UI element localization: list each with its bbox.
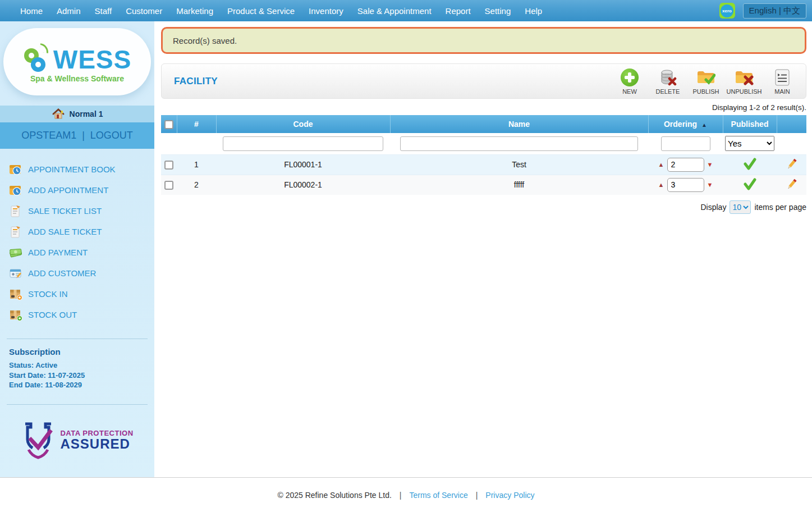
sidebar-item-add-appointment[interactable]: ADD APPOINTMENT <box>9 180 154 200</box>
nav-item-report[interactable]: Report <box>446 6 471 16</box>
copyright-text: © 2025 Refine Solutions Pte Ltd. <box>277 491 391 500</box>
main-list-icon <box>774 68 791 86</box>
sort-asc-icon: ▲ <box>701 122 707 128</box>
header-select-all <box>161 115 177 133</box>
row-name: fffff <box>390 175 648 195</box>
sidebar: WESS Spa & Wellness Software Normal 1 OP… <box>0 21 154 477</box>
nav-item-sale-appointment[interactable]: Sale & Appointment <box>357 6 432 16</box>
page-size-select[interactable]: 10 <box>730 200 751 214</box>
ordering-down-icon[interactable]: ▼ <box>707 181 713 188</box>
header-name[interactable]: Name <box>390 115 648 133</box>
row-code: FL00001-1 <box>216 154 390 175</box>
main-button[interactable]: MAIN <box>763 68 801 95</box>
appointment-book-icon <box>9 163 22 176</box>
user-separator: | <box>82 130 85 141</box>
terms-of-service-link[interactable]: Terms of Service <box>409 491 467 500</box>
nav-menu: Home Admin Staff Customer Marketing Prod… <box>20 6 542 16</box>
subscription-start-date: Start Date: 11-07-2025 <box>9 371 154 380</box>
data-protection-badge: DATA PROTECTION ASSURED <box>0 420 154 460</box>
username-link[interactable]: OPSTEAM1 <box>21 130 76 141</box>
footer-separator: | <box>476 491 478 500</box>
name-filter-input[interactable] <box>400 136 637 151</box>
nav-item-marketing[interactable]: Marketing <box>176 6 213 16</box>
select-all-checkbox[interactable] <box>164 120 173 129</box>
facility-table: # Code Name Ordering▲ Published Yes <box>161 115 806 195</box>
results-summary: Displaying 1-2 of 2 result(s). <box>154 103 806 112</box>
pagination-bar: Display 10 items per page <box>161 200 806 214</box>
row-num: 1 <box>177 154 216 175</box>
outlet-label: Normal 1 <box>70 109 103 118</box>
subscription-info: Subscription Status: Active Start Date: … <box>0 339 154 391</box>
edit-pencil-icon[interactable] <box>786 158 798 170</box>
ordering-down-icon[interactable]: ▼ <box>707 161 713 168</box>
nav-item-product-service[interactable]: Product & Service <box>227 6 295 16</box>
publish-folder-icon <box>696 68 715 86</box>
sale-ticket-list-icon <box>9 204 22 218</box>
main-content: Record(s) saved. FACILITY NEW <box>154 21 812 477</box>
sidebar-item-appointment-book[interactable]: APPOINTMENT BOOK <box>9 159 154 180</box>
edit-pencil-icon[interactable] <box>786 178 798 190</box>
table-row: 2 FL00002-1 fffff ▲ ▼ <box>161 175 806 195</box>
header-code[interactable]: Code <box>216 115 390 133</box>
toolbar: NEW DELETE <box>611 68 801 95</box>
new-plus-icon <box>621 68 639 86</box>
footer-separator: | <box>400 491 402 500</box>
ordering-input[interactable] <box>667 178 704 192</box>
logout-link[interactable]: LOGOUT <box>90 130 133 141</box>
header-num: # <box>177 115 216 133</box>
language-toggle-button[interactable]: English | 中文 <box>743 3 806 19</box>
assured-label: ASSURED <box>60 437 133 451</box>
shield-check-icon <box>21 420 56 460</box>
page-title: FACILITY <box>174 76 218 87</box>
code-filter-input[interactable] <box>223 136 383 151</box>
published-check-icon[interactable] <box>743 178 756 190</box>
delete-button[interactable]: DELETE <box>649 68 687 95</box>
nav-item-staff[interactable]: Staff <box>95 6 112 16</box>
sidebar-item-sale-ticket-list[interactable]: SALE TICKET LIST <box>9 200 154 221</box>
row-checkbox[interactable] <box>164 181 173 190</box>
ordering-filter-input[interactable] <box>661 136 710 151</box>
nav-item-customer[interactable]: Customer <box>126 6 162 16</box>
nav-item-setting[interactable]: Setting <box>485 6 511 16</box>
ordering-up-icon[interactable]: ▲ <box>658 161 664 168</box>
add-customer-icon <box>9 267 22 280</box>
add-payment-icon <box>9 246 22 259</box>
subscription-end-date: End Date: 11-08-2029 <box>9 381 154 390</box>
new-button[interactable]: NEW <box>611 68 649 95</box>
add-appointment-icon <box>9 184 22 197</box>
unpublish-folder-icon <box>735 68 754 86</box>
subscription-title: Subscription <box>9 347 154 356</box>
nav-item-help[interactable]: Help <box>525 6 542 16</box>
header-published[interactable]: Published <box>723 115 777 133</box>
add-sale-ticket-icon <box>9 225 22 239</box>
display-label: Display <box>700 203 726 212</box>
row-code: FL00002-1 <box>216 175 390 195</box>
unpublish-button[interactable]: UNPUBLISH <box>725 68 763 95</box>
items-per-page-label: items per page <box>754 203 806 212</box>
sidebar-item-stock-out[interactable]: STOCK OUT <box>9 304 154 325</box>
nav-item-home[interactable]: Home <box>20 6 43 16</box>
publish-button[interactable]: PUBLISH <box>687 68 725 95</box>
sidebar-item-add-customer[interactable]: ADD CUSTOMER <box>9 263 154 284</box>
nav-item-admin[interactable]: Admin <box>57 6 81 16</box>
row-checkbox[interactable] <box>164 161 173 170</box>
header-ordering[interactable]: Ordering▲ <box>648 115 723 133</box>
nav-item-inventory[interactable]: Inventory <box>309 6 343 16</box>
published-check-icon[interactable] <box>743 158 756 170</box>
sidebar-item-add-sale-ticket[interactable]: ADD SALE TICKET <box>9 221 154 242</box>
home-icon <box>52 107 65 121</box>
published-filter-select[interactable]: Yes <box>725 136 774 151</box>
sidebar-item-stock-in[interactable]: STOCK IN <box>9 284 154 304</box>
alert-message: Record(s) saved. <box>173 36 237 45</box>
sidebar-menu: APPOINTMENT BOOK ADD APPOINTMENT SALE TI… <box>0 149 154 325</box>
privacy-policy-link[interactable]: Privacy Policy <box>485 491 534 500</box>
ordering-up-icon[interactable]: ▲ <box>658 181 664 188</box>
success-alert: Record(s) saved. <box>161 27 806 54</box>
xero-icon[interactable]: xero <box>719 3 735 19</box>
table-row: 1 FL00001-1 Test ▲ ▼ <box>161 154 806 175</box>
wess-logo: WESS Spa & Wellness Software <box>0 21 154 106</box>
row-name: Test <box>390 154 648 175</box>
ordering-input[interactable] <box>667 158 704 172</box>
sidebar-divider-bottom <box>7 404 148 405</box>
sidebar-item-add-payment[interactable]: ADD PAYMENT <box>9 242 154 263</box>
